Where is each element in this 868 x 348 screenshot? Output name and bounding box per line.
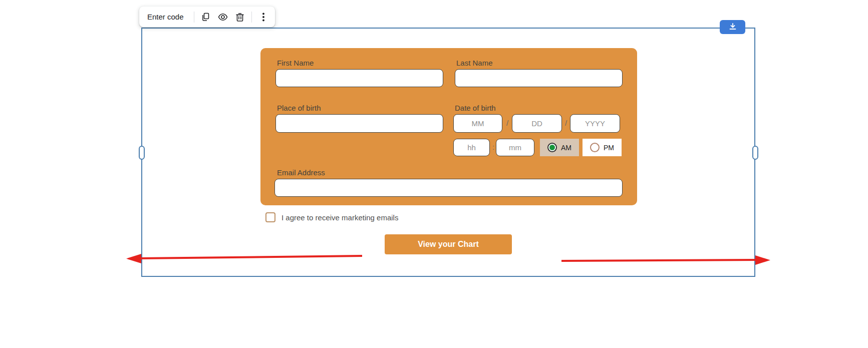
- toolbar-label: Enter code: [147, 13, 184, 21]
- dob-year-input[interactable]: [570, 114, 620, 133]
- copy-button[interactable]: [197, 9, 214, 26]
- date-of-birth-label: Date of birth: [455, 104, 496, 112]
- consent-checkbox[interactable]: [265, 212, 275, 222]
- radio-selected-icon: [547, 143, 557, 152]
- first-name-label: First Name: [277, 59, 314, 67]
- date-separator: /: [506, 119, 508, 127]
- more-options-button[interactable]: [255, 9, 272, 26]
- first-name-input[interactable]: [275, 69, 443, 87]
- element-toolbar: Enter code: [139, 7, 275, 27]
- preview-button[interactable]: [214, 9, 231, 26]
- time-hour-input[interactable]: [453, 139, 490, 156]
- resize-handle-left[interactable]: [139, 146, 145, 160]
- date-separator: /: [565, 119, 567, 127]
- trash-icon: [236, 13, 244, 22]
- toolbar-divider: [194, 12, 194, 23]
- toolbar-divider: [251, 12, 252, 23]
- pm-radio-option[interactable]: PM: [583, 139, 622, 156]
- place-of-birth-input[interactable]: [275, 114, 443, 133]
- time-minute-input[interactable]: [496, 139, 534, 156]
- view-your-chart-button[interactable]: View your Chart: [385, 234, 512, 254]
- email-label: Email Address: [277, 168, 325, 177]
- form-panel: First Name Last Name Place of birth Date…: [260, 48, 637, 205]
- last-name-input[interactable]: [455, 69, 623, 87]
- kebab-icon: [262, 13, 264, 22]
- dob-day-input[interactable]: [512, 114, 562, 133]
- time-separator: :: [492, 143, 494, 151]
- pm-label: PM: [604, 144, 614, 152]
- consent-label: I agree to receive marketing emails: [281, 213, 398, 222]
- place-of-birth-label: Place of birth: [277, 104, 321, 112]
- email-input[interactable]: [274, 179, 623, 197]
- delete-button[interactable]: [231, 9, 248, 26]
- am-label: AM: [561, 144, 571, 152]
- last-name-label: Last Name: [456, 59, 493, 67]
- copy-icon: [201, 13, 210, 22]
- radio-unselected-icon: [590, 143, 600, 152]
- download-button[interactable]: [720, 20, 745, 34]
- am-radio-option[interactable]: AM: [540, 139, 579, 156]
- dob-month-input[interactable]: [453, 114, 502, 133]
- resize-handle-right[interactable]: [752, 146, 758, 160]
- download-icon: [729, 23, 737, 32]
- eye-icon: [218, 13, 228, 21]
